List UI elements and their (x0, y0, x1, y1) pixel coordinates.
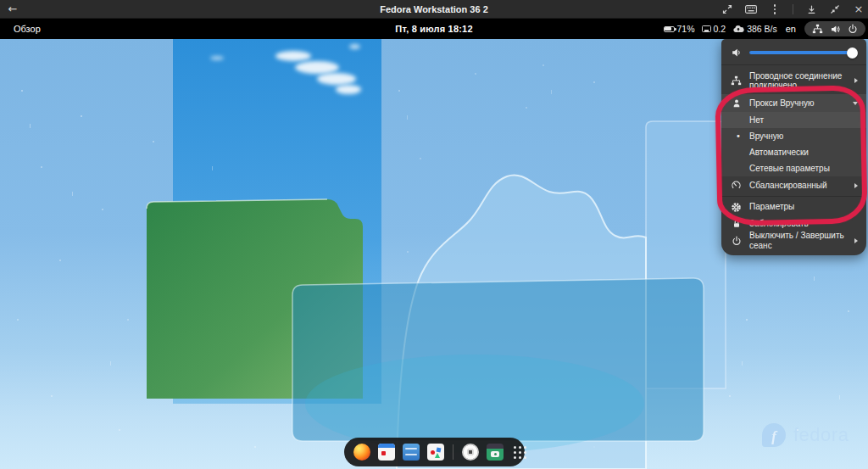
battery-percent: 71% (677, 24, 695, 34)
menu-item-wired-connection[interactable]: Проводное соединение подключено (721, 67, 866, 94)
proxy-icon (730, 98, 743, 109)
proxy-option-label: Автоматически (749, 148, 809, 157)
menu-separator (721, 64, 866, 65)
expanded-arrow-icon (853, 102, 858, 105)
volume-row (721, 42, 866, 63)
proxy-option-automatic[interactable]: Автоматически (721, 144, 866, 160)
menu-item-lock[interactable]: Заблокировать (721, 215, 866, 232)
battery-indicator: 71% (664, 24, 695, 34)
proxy-option-manual[interactable]: • Вручную (721, 128, 866, 144)
volume-icon (830, 24, 841, 35)
titlebar-separator (793, 4, 793, 14)
submenu-arrow-icon (854, 183, 858, 188)
restore-button[interactable] (829, 3, 841, 15)
proxy-option-label: Вручную (749, 131, 783, 141)
restore-icon (830, 4, 840, 14)
wired-connection-label: Проводное соединение подключено (749, 71, 854, 91)
fullscreen-button[interactable] (721, 3, 733, 15)
menu-item-power-profile[interactable]: Сбалансированный (721, 176, 866, 194)
keyboard-icon (745, 5, 757, 14)
dock-disc-image-icon[interactable] (462, 444, 479, 461)
keyboard-layout-indicator[interactable]: en (784, 24, 798, 34)
gear-icon (730, 202, 743, 213)
dock-green-camera-app-icon[interactable] (487, 444, 504, 461)
fedora-watermark-text: fedora (793, 424, 849, 446)
back-button[interactable]: ← (0, 0, 25, 18)
settings-label: Параметры (749, 202, 858, 212)
proxy-option-network-settings[interactable]: Сетевые параметры (721, 160, 866, 176)
volume-slider-knob[interactable] (847, 47, 858, 59)
lock-label: Заблокировать (749, 219, 858, 229)
cloud-upload-icon (732, 25, 744, 33)
kebab-menu-icon (774, 4, 776, 14)
dock-files-icon[interactable] (403, 444, 420, 461)
minimize-button[interactable] (805, 3, 817, 15)
power-icon (730, 236, 743, 246)
dock-firefox-icon[interactable] (353, 444, 370, 461)
wired-network-icon (812, 24, 823, 35)
volume-slider[interactable] (749, 47, 858, 59)
battery-icon (664, 26, 675, 32)
system-tray-pill[interactable] (804, 21, 865, 36)
quick-settings-menu: Проводное соединение подключено Прокси В… (721, 39, 866, 255)
dock-software-icon[interactable] (427, 444, 444, 461)
proxy-option-none[interactable]: Нет (721, 112, 866, 128)
close-button[interactable]: × (853, 3, 865, 15)
submenu-arrow-icon (854, 238, 858, 243)
power-icon (848, 24, 858, 34)
back-icon: ← (8, 3, 18, 15)
keyboard-button[interactable] (745, 3, 757, 15)
fullscreen-icon (722, 4, 732, 14)
selected-bullet-icon: • (736, 131, 741, 141)
fedora-logo-icon: f (761, 422, 787, 448)
display-icon (702, 25, 711, 32)
proxy-label: Прокси Вручную (749, 98, 853, 109)
proxy-option-label: Сетевые параметры (749, 164, 830, 173)
menu-item-proxy[interactable]: Прокси Вручную (721, 94, 866, 112)
minimize-icon (807, 5, 816, 14)
dock (344, 438, 525, 466)
desktop-wallpaper: f fedora (0, 39, 868, 469)
fedora-watermark: f fedora (761, 422, 849, 448)
power-off-label: Выключить / Завершить сеанс (749, 231, 854, 250)
menu-item-settings[interactable]: Параметры (721, 198, 866, 215)
load-indicator: 0.2 (702, 24, 726, 34)
submenu-arrow-icon (854, 78, 858, 83)
screen: ← Fedora Workstation 36 2 (0, 0, 868, 469)
dock-app-grid-icon[interactable] (511, 444, 528, 461)
dock-separator (453, 444, 453, 460)
power-profile-label: Сбалансированный (749, 181, 854, 191)
speaker-icon (730, 47, 743, 59)
menu-item-power-off[interactable]: Выключить / Завершить сеанс (721, 232, 866, 249)
window-menu-button[interactable] (769, 3, 781, 15)
power-profile-icon (730, 180, 743, 191)
proxy-option-label: Нет (749, 115, 764, 125)
window-titlebar: ← Fedora Workstation 36 2 (0, 0, 868, 19)
network-rate-value: 386 B/s (747, 24, 777, 34)
lock-icon (730, 219, 743, 229)
load-value: 0.2 (714, 24, 726, 34)
close-icon: × (854, 3, 864, 15)
dock-calendar-icon[interactable] (378, 444, 395, 461)
wired-network-icon (730, 75, 743, 87)
menu-separator (721, 196, 866, 197)
network-rate-indicator: 386 B/s (732, 24, 777, 34)
gnome-top-bar: Обзор Пт, 8 июля 18:12 71% 0.2 386 B/s e… (0, 19, 868, 39)
